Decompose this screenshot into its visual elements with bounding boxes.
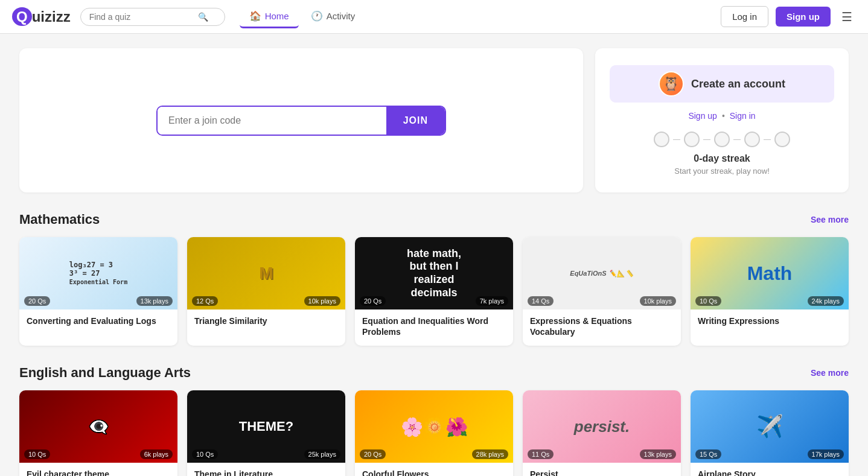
math-card-5-image: Math 10 Qs 24k plays (691, 237, 849, 309)
math-card-5-qs: 10 Qs (695, 296, 721, 306)
signup-button[interactable]: Sign up (776, 7, 831, 27)
math-card-1-image: log₃27 = 33³ = 27Exponential Form 20 Qs … (19, 237, 177, 309)
main-content: JOIN 🦉 Create an account Sign up • Sign … (0, 34, 868, 476)
math-card-4-qs: 14 Qs (528, 296, 554, 306)
logo[interactable]: Quizizz (12, 8, 71, 25)
math-card-5[interactable]: Math 10 Qs 24k plays Writing Expressions (691, 237, 849, 346)
ela-card-3-image: 🌸🌼🌺 20 Qs 28k plays (355, 390, 513, 463)
ela-card-5-plays: 17k plays (808, 449, 844, 459)
ela-card-4-qs: 11 Qs (528, 449, 554, 459)
streak-dot-2 (684, 132, 700, 147)
ela-card-4-image: persist. 11 Qs 13k plays (523, 390, 681, 463)
logo-q: Q (12, 7, 32, 26)
ela-card-5-qs: 15 Qs (695, 449, 721, 459)
search-bar[interactable]: 🔍 (80, 8, 225, 26)
streak-dot-4 (744, 132, 760, 147)
ela-card-4-title: Persist (530, 469, 674, 476)
ela-card-5-title: Airplane Story (698, 469, 841, 476)
ela-card-4[interactable]: persist. 11 Qs 13k plays Persist (523, 390, 681, 476)
ela-card-2-title: Theme in Literature (194, 469, 338, 476)
triangle-text: M (259, 264, 273, 283)
join-code-input[interactable] (158, 107, 386, 135)
ela-card-3-body: Colorful Flowers (355, 463, 513, 476)
math-card-2-image: M 12 Qs 10k plays (187, 237, 345, 309)
math-card-4[interactable]: EqUaTiOnS ✏️📐📏 14 Qs 10k plays Expressio… (523, 237, 681, 346)
ela-card-5[interactable]: ✈️ 15 Qs 17k plays Airplane Story (691, 390, 849, 476)
math-card-2-title: Triangle Similarity (194, 316, 338, 326)
avatar: 🦉 (659, 71, 684, 97)
math-log-text: log₃27 = 33³ = 27Exponential Form (65, 256, 132, 291)
math-card-1[interactable]: log₃27 = 33³ = 27Exponential Form 20 Qs … (19, 237, 177, 346)
streak-dash-4: — (764, 135, 771, 144)
decimals-text: hate math,but then Irealizeddecimals (402, 243, 466, 304)
ela-card-2-body: Theme in Literature (187, 463, 345, 476)
math-card-3[interactable]: hate math,but then Irealizeddecimals 20 … (355, 237, 513, 346)
math-card-3-qs: 20 Qs (360, 296, 386, 306)
search-icon: 🔍 (198, 12, 208, 22)
streak-dash-1: — (673, 135, 680, 144)
math-card-3-title: Equation and Inequalities Word Problems (362, 316, 506, 337)
signup-link[interactable]: Sign up (688, 111, 716, 121)
ela-card-3-plays: 28k plays (472, 449, 508, 459)
math-card-1-plays: 13k plays (136, 296, 173, 306)
create-links: Sign up • Sign in (688, 111, 755, 121)
streak-dash-3: — (733, 135, 741, 144)
ela-card-1-image: 👁️‍🗨️ 10 Qs 6k plays (19, 390, 177, 463)
math-card-2[interactable]: M 12 Qs 10k plays Triangle Similarity (187, 237, 345, 346)
ela-see-more[interactable]: See more (811, 368, 849, 378)
math-card-2-plays: 10k plays (304, 296, 340, 306)
ela-card-4-plays: 13k plays (640, 449, 676, 459)
math-card-2-qs: 12 Qs (192, 296, 218, 306)
join-form: JOIN (156, 106, 446, 136)
ela-section-title: English and Language Arts (19, 365, 191, 381)
ela-card-1-qs: 10 Qs (24, 449, 50, 459)
streak-dot-1 (654, 132, 669, 147)
ela-card-3-qs: 20 Qs (360, 449, 386, 459)
ela-card-1[interactable]: 👁️‍🗨️ 10 Qs 6k plays Evil character them… (19, 390, 177, 476)
create-account-header: 🦉 Create an account (610, 65, 834, 103)
ela-card-3[interactable]: 🌸🌼🌺 20 Qs 28k plays Colorful Flowers (355, 390, 513, 476)
activity-icon: 🕐 (311, 10, 323, 22)
nav-right: Log in Sign up ☰ (721, 6, 856, 28)
math-card-1-title: Converting and Evaluating Logs (27, 316, 170, 326)
ela-card-5-body: Airplane Story (691, 463, 849, 476)
math-card-3-body: Equation and Inequalities Word Problems (355, 309, 513, 346)
signin-link[interactable]: Sign in (730, 111, 756, 121)
ela-card-2[interactable]: THEME? 10 Qs 25k plays Theme in Literatu… (187, 390, 345, 476)
math-card-5-body: Writing Expressions (691, 309, 849, 335)
math-card-1-body: Converting and Evaluating Logs (19, 309, 177, 335)
join-button[interactable]: JOIN (386, 107, 445, 135)
streak-dash-2: — (703, 135, 710, 144)
nav-links: 🏠 Home 🕐 Activity (240, 5, 365, 28)
math-card-3-plays: 7k plays (476, 296, 508, 306)
math-card-1-qs: 20 Qs (24, 296, 50, 306)
navbar: Quizizz 🔍 🏠 Home 🕐 Activity Log in Sign … (0, 0, 868, 34)
ela-card-1-title: Evil character theme (27, 469, 170, 476)
persist-text: persist. (574, 417, 630, 436)
math-card-4-image: EqUaTiOnS ✏️📐📏 14 Qs 10k plays (523, 237, 681, 309)
ela-card-3-title: Colorful Flowers (362, 469, 506, 476)
hero-section: JOIN 🦉 Create an account Sign up • Sign … (19, 48, 849, 192)
login-button[interactable]: Log in (721, 6, 768, 27)
nav-home[interactable]: 🏠 Home (240, 5, 299, 28)
ela-cards-grid: 👁️‍🗨️ 10 Qs 6k plays Evil character them… (19, 390, 849, 476)
streak-label: 0-day streak (694, 153, 750, 164)
ela-card-2-plays: 25k plays (304, 449, 340, 459)
math-card-3-image: hate math,but then Irealizeddecimals 20 … (355, 237, 513, 309)
ela-card-1-body: Evil character theme (19, 463, 177, 476)
streak-sub: Start your streak, play now! (674, 167, 770, 176)
math-card-5-title: Writing Expressions (698, 316, 841, 326)
ela-section-header: English and Language Arts See more (19, 365, 849, 381)
hamburger-menu[interactable]: ☰ (838, 6, 856, 28)
create-account-box: 🦉 Create an account Sign up • Sign in — … (595, 48, 849, 192)
math-section-title: Mathematics (19, 212, 100, 227)
ela-card-4-body: Persist (523, 463, 681, 476)
nav-activity[interactable]: 🕐 Activity (301, 5, 365, 28)
math-card-4-plays: 10k plays (640, 296, 676, 306)
math-see-more[interactable]: See more (811, 215, 849, 224)
equations-sketch: EqUaTiOnS ✏️📐📏 (570, 270, 633, 278)
streak-dot-5 (774, 132, 790, 147)
home-icon: 🏠 (249, 10, 261, 22)
search-input[interactable] (89, 12, 198, 22)
math-colorful-text: Math (747, 262, 793, 285)
